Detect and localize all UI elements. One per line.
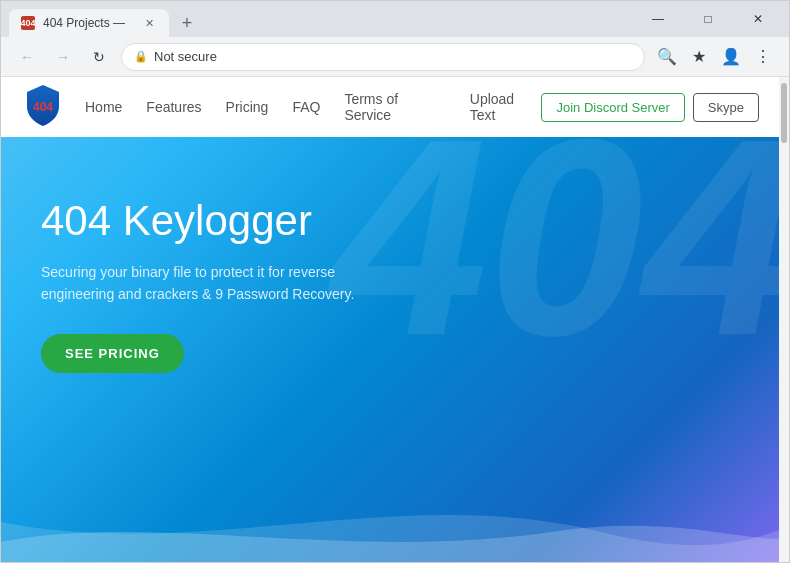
address-input[interactable]: 🔒 Not secure <box>121 43 645 71</box>
content-area: 404 Home Features Pricing FAQ Terms of S… <box>1 77 789 562</box>
browser-window: 404 404 Projects — ✕ + — □ ✕ ← → ↻ 🔒 Not… <box>0 0 790 563</box>
minimize-button[interactable]: — <box>635 1 681 37</box>
hero-subtitle: Securing your binary file to protect it … <box>41 261 401 306</box>
back-button[interactable]: ← <box>13 43 41 71</box>
nav-pricing[interactable]: Pricing <box>226 99 269 115</box>
nav-buttons: Join Discord Server Skype <box>541 93 759 122</box>
tab-area: 404 404 Projects — ✕ + <box>9 1 631 37</box>
menu-icon[interactable]: ⋮ <box>749 43 777 71</box>
reload-button[interactable]: ↻ <box>85 43 113 71</box>
page-content: 404 Home Features Pricing FAQ Terms of S… <box>1 77 779 562</box>
tab-title: 404 Projects — <box>43 16 125 30</box>
title-bar: 404 404 Projects — ✕ + — □ ✕ <box>1 1 789 37</box>
nav-features[interactable]: Features <box>146 99 201 115</box>
active-tab[interactable]: 404 404 Projects — ✕ <box>9 9 169 37</box>
forward-button[interactable]: → <box>49 43 77 71</box>
tab-favicon: 404 <box>21 16 35 30</box>
security-icon: 🔒 <box>134 50 148 63</box>
see-pricing-button[interactable]: SEE PRICING <box>41 334 184 373</box>
new-tab-button[interactable]: + <box>173 9 201 37</box>
window-controls: — □ ✕ <box>635 1 781 37</box>
website: 404 Home Features Pricing FAQ Terms of S… <box>1 77 779 562</box>
nav-upload[interactable]: Upload Text <box>470 91 542 123</box>
address-bar: ← → ↻ 🔒 Not secure 🔍 ★ 👤 ⋮ <box>1 37 789 77</box>
skype-button[interactable]: Skype <box>693 93 759 122</box>
nav-links: Home Features Pricing FAQ Terms of Servi… <box>85 91 541 123</box>
hero-section: 404 Keylogger Securing your binary file … <box>1 137 779 413</box>
nav-tos[interactable]: Terms of Service <box>344 91 445 123</box>
logo: 404 <box>21 83 85 131</box>
close-button[interactable]: ✕ <box>735 1 781 37</box>
hero-title: 404 Keylogger <box>41 197 739 245</box>
nav-home[interactable]: Home <box>85 99 122 115</box>
scrollbar-thumb[interactable] <box>781 83 787 143</box>
join-discord-button[interactable]: Join Discord Server <box>541 93 684 122</box>
svg-text:404: 404 <box>33 100 53 114</box>
toolbar-icons: 🔍 ★ 👤 ⋮ <box>653 43 777 71</box>
maximize-button[interactable]: □ <box>685 1 731 37</box>
tab-close-button[interactable]: ✕ <box>141 15 157 31</box>
security-label: Not secure <box>154 49 217 64</box>
bookmark-icon[interactable]: ★ <box>685 43 713 71</box>
scrollbar[interactable] <box>779 77 789 562</box>
wave-decoration <box>1 482 779 562</box>
search-icon[interactable]: 🔍 <box>653 43 681 71</box>
navbar: 404 Home Features Pricing FAQ Terms of S… <box>1 77 779 137</box>
profile-icon[interactable]: 👤 <box>717 43 745 71</box>
nav-faq[interactable]: FAQ <box>292 99 320 115</box>
